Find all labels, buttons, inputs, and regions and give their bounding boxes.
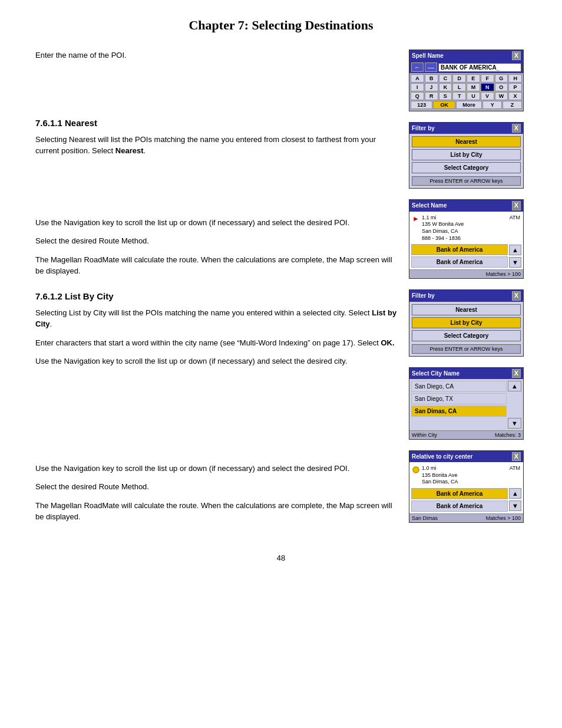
select-name-addr3: 888 - 394 - 1836 [422,235,461,241]
filter-nearest-close[interactable]: X [512,124,521,133]
select-name-scroll-up[interactable]: ▲ [509,245,521,255]
key-J[interactable]: J [425,83,438,91]
chapter-title: Chapter 7: Selecting Destinations [35,18,527,33]
select-name-matches: Matches > 100 [409,269,523,278]
key-P[interactable]: P [508,83,522,91]
filter-nearest-titlebar: Filter by X [409,123,523,134]
key-123[interactable]: 123 [411,101,432,109]
key-T[interactable]: T [452,92,466,100]
select-city-scroll-down[interactable]: ▼ [508,418,521,429]
relative-city-addr1: 135 Bonita Ave [422,472,457,478]
key-E[interactable]: E [467,74,480,83]
select-city-scroll-up[interactable]: ▲ [508,381,521,391]
filter-nearest-footer: Press ENTER or ARROW keys [412,176,521,186]
filter-city-city-btn[interactable]: List by City [412,317,521,328]
relative-city-footer-left: San Dimas [412,515,438,521]
key-X[interactable]: X [508,92,522,100]
filter-nearest-widget: Filter by X Nearest List by City Select … [409,122,524,189]
select-name-titlebar: Select Name X [409,200,523,211]
section-762-para3: Use the Navigation key to scroll the lis… [35,355,397,367]
spell-name-back-button[interactable]: ← [411,62,424,72]
section-761-para2: Use the Navigation key to scroll the lis… [35,217,397,229]
spell-name-widget: Spell Name X ← — BANK OF AMERICA_ A B C … [409,50,524,111]
key-A[interactable]: A [411,74,424,83]
relative-city-row2: Bank of America ▼ [411,500,521,512]
key-B[interactable]: B [425,74,438,83]
filter-nearest-city-btn[interactable]: List by City [412,149,521,160]
key-ok[interactable]: OK [433,101,455,109]
section-762-para5: Select the desired Route Method. [35,481,397,493]
key-O[interactable]: O [495,83,508,91]
key-C[interactable]: C [439,74,452,83]
select-city-item-sandiego-tx[interactable]: San Diego, TX [411,393,507,404]
select-name-address: 1.1 mi 135 W Bonita Ave San Dimas, CA 88… [422,215,507,242]
select-name-item2-btn[interactable]: Bank of America [411,256,508,268]
key-L[interactable]: L [452,83,466,91]
relative-city-item1-btn[interactable]: Bank of America [411,488,508,499]
filter-nearest-body: Nearest List by City Select Category Pre… [409,134,523,188]
key-more[interactable]: More [456,101,482,109]
select-name-scroll-down[interactable]: ▼ [509,257,521,268]
key-N[interactable]: N [481,83,494,91]
relative-city-close[interactable]: X [512,452,521,461]
select-city-footer-right: Matches: 3 [495,432,521,438]
filter-nearest-category-btn[interactable]: Select Category [412,162,521,173]
spell-name-close[interactable]: X [512,51,521,60]
filter-nearest-nearest-btn[interactable]: Nearest [412,136,521,147]
select-name-matches-text: Matches > 100 [486,271,521,277]
select-city-footer-left: Within City [412,432,437,438]
section-761-para1: Selecting Nearest will list the POIs mat… [35,134,397,157]
filter-city-close[interactable]: X [512,291,521,300]
key-W[interactable]: W [495,92,508,100]
key-H[interactable]: H [508,74,522,83]
select-name-category: ATM [510,215,520,242]
relative-city-addr2: San Dimas, CA [422,479,458,485]
key-G[interactable]: G [495,74,508,83]
select-name-row1: Bank of America ▲ [411,244,521,255]
select-city-item-sandimas-ca[interactable]: San Dimas, CA [411,406,507,417]
relative-city-scroll-down[interactable]: ▼ [509,500,521,511]
select-city-body: San Diego, CA San Diego, TX San Dimas, C… [409,379,523,430]
key-K[interactable]: K [439,83,452,91]
relative-city-widget: Relative to city center X 1.0 mi 135 Bon… [409,450,524,523]
filter-city-widget: Filter by X Nearest List by City Select … [409,289,524,356]
select-city-titlebar: Select City Name X [409,368,523,379]
intro-text: Enter the name of the POI. [35,50,397,61]
key-D[interactable]: D [452,74,466,83]
key-I[interactable]: I [411,83,424,91]
filter-nearest-title: Filter by [412,125,435,131]
relative-city-scroll-up[interactable]: ▲ [509,488,521,499]
relative-city-item2-btn[interactable]: Bank of America [411,500,508,512]
keyboard-row-3: Q R S T U V W X [411,92,522,100]
select-city-footer: Within City Matches: 3 [409,430,523,439]
key-Y[interactable]: Y [482,101,502,109]
select-name-body: ► 1.1 mi 135 W Bonita Ave San Dimas, CA … [409,212,523,270]
key-Q[interactable]: Q [411,92,424,100]
key-V[interactable]: V [481,92,494,100]
select-name-distance: 1.1 mi [422,215,437,220]
filter-city-nearest-btn[interactable]: Nearest [412,304,521,315]
filter-city-category-btn[interactable]: Select Category [412,330,521,341]
select-city-close[interactable]: X [512,369,521,378]
key-U[interactable]: U [467,92,480,100]
key-F[interactable]: F [481,74,494,83]
select-city-item-sandiego-ca[interactable]: San Diego, CA [411,381,507,392]
relative-city-address: 1.0 mi 135 Bonita Ave San Dimas, CA [422,465,507,486]
section-762-para1: Selecting List by City will list the POI… [35,307,397,330]
section-762-para6: The Magellan RoadMate will calculate the… [35,500,397,523]
spell-name-keyboard: A B C D E F G H I J K L M N O P [409,73,523,111]
filter-city-footer: Press ENTER or ARROW keys [412,344,521,354]
relative-city-category: ATM [510,465,520,486]
key-R[interactable]: R [425,92,438,100]
select-name-detail: ► 1.1 mi 135 W Bonita Ave San Dimas, CA … [411,213,521,243]
select-name-widget: Select Name X ► 1.1 mi 135 W Bonita Ave … [409,199,524,279]
select-city-widget: Select City Name X San Diego, CA San Die… [409,367,524,440]
spell-name-dash-button[interactable]: — [425,62,437,72]
section-761-para3: Select the desired Route Method. [35,235,397,247]
key-Z[interactable]: Z [503,101,522,109]
section-762-para2: Enter characters that start a word withi… [35,337,397,349]
select-name-close[interactable]: X [512,201,521,210]
key-M[interactable]: M [467,83,480,91]
key-S[interactable]: S [439,92,452,100]
select-name-item1-btn[interactable]: Bank of America [411,244,508,255]
